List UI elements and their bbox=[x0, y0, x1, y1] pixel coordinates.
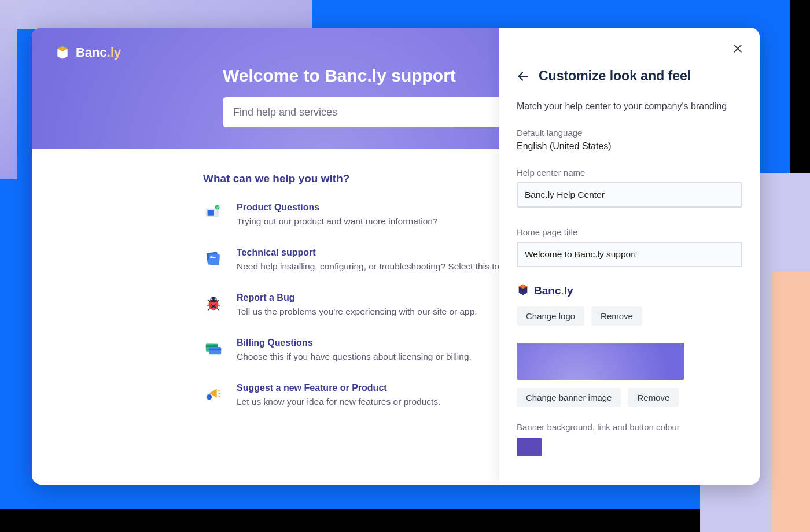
topic-desc: Choose this if you have questions about … bbox=[237, 352, 472, 362]
brand-logo-icon bbox=[517, 283, 529, 298]
svg-point-9 bbox=[211, 298, 212, 300]
svg-rect-12 bbox=[206, 345, 218, 347]
topic-desc: Let us know your idea for new features o… bbox=[237, 397, 440, 407]
help-center-name-input[interactable] bbox=[517, 182, 742, 208]
help-center-name-label: Help center name bbox=[517, 168, 742, 178]
banner-color-label: Banner background, link and button colou… bbox=[517, 422, 742, 432]
monitor-icon bbox=[203, 202, 224, 223]
topic-title: Report a Bug bbox=[237, 293, 477, 303]
change-logo-button[interactable]: Change logo bbox=[517, 306, 584, 326]
arrow-left-icon bbox=[517, 70, 529, 83]
remove-banner-button[interactable]: Remove bbox=[628, 388, 679, 407]
logo-preview: Banc.ly bbox=[517, 283, 742, 298]
brand-logo-icon bbox=[55, 45, 70, 60]
credit-card-icon bbox=[203, 338, 224, 359]
bg-peach-block bbox=[772, 272, 810, 532]
back-button[interactable] bbox=[517, 70, 529, 83]
folder-icon bbox=[203, 247, 224, 268]
topic-title: Technical support bbox=[237, 247, 499, 258]
logo-text: Banc.ly bbox=[534, 285, 573, 297]
svg-rect-14 bbox=[209, 349, 221, 350]
panel-title: Customize look and feel bbox=[539, 68, 691, 84]
home-page-title-input[interactable] bbox=[517, 242, 742, 267]
topic-title: Suggest a new Feature or Product bbox=[237, 383, 440, 393]
topic-desc: Tell us the problems you're experiencing… bbox=[237, 306, 477, 317]
default-language-label: Default language bbox=[517, 128, 742, 138]
bg-lavender-tl-block bbox=[0, 0, 312, 29]
svg-point-8 bbox=[210, 297, 216, 302]
home-page-title-label: Home page title bbox=[517, 227, 742, 237]
topic-desc: Need help installing, configuring, or tr… bbox=[237, 261, 499, 272]
close-icon bbox=[732, 43, 743, 54]
svg-rect-13 bbox=[209, 347, 221, 354]
customize-panel: Customize look and feel Match your help … bbox=[499, 28, 760, 485]
megaphone-icon bbox=[203, 383, 224, 404]
svg-rect-4 bbox=[208, 254, 220, 265]
panel-subtitle: Match your help center to your company's… bbox=[517, 101, 742, 112]
topic-title: Product Questions bbox=[237, 202, 438, 213]
change-banner-button[interactable]: Change banner image bbox=[517, 388, 621, 407]
svg-point-10 bbox=[215, 298, 216, 300]
color-swatch[interactable] bbox=[517, 438, 542, 456]
banner-preview bbox=[517, 343, 684, 380]
bg-lavender-left-block bbox=[0, 0, 17, 179]
svg-rect-5 bbox=[210, 256, 212, 256]
bug-icon bbox=[203, 293, 224, 313]
topic-desc: Trying out our product and want more inf… bbox=[237, 216, 438, 227]
svg-rect-6 bbox=[210, 257, 215, 258]
remove-logo-button[interactable]: Remove bbox=[591, 306, 642, 326]
close-button[interactable] bbox=[731, 42, 745, 56]
help-center-window: Banc.ly Welcome to Banc.ly support What … bbox=[32, 28, 760, 485]
svg-rect-1 bbox=[208, 210, 214, 215]
svg-point-15 bbox=[207, 394, 212, 400]
brand-name: Banc.ly bbox=[76, 45, 121, 60]
default-language-value: English (United States) bbox=[517, 141, 742, 152]
topic-title: Billing Questions bbox=[237, 338, 472, 348]
